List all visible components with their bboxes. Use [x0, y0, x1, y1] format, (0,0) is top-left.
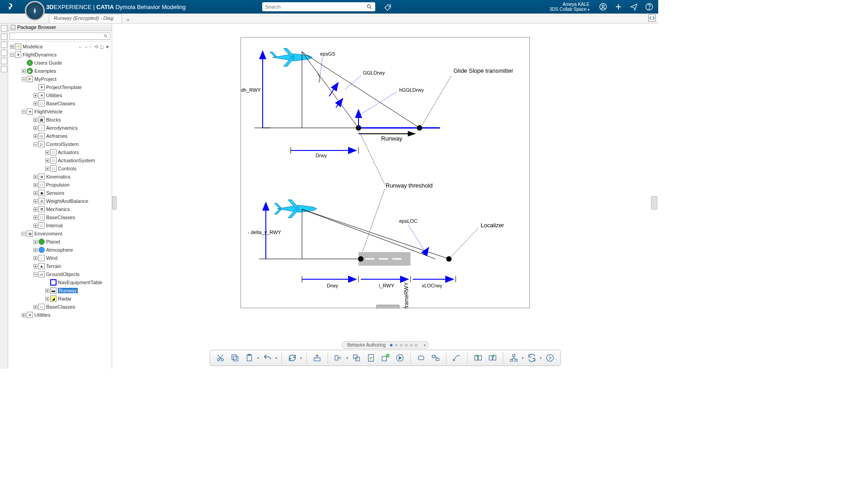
- search-icon[interactable]: [366, 4, 373, 10]
- tree-node-airframes[interactable]: +▭Airframes: [8, 132, 112, 140]
- ds-logo-icon: [6, 2, 15, 12]
- search-box[interactable]: [262, 2, 375, 11]
- tree-node-baseclasses[interactable]: +□BaseClasses: [8, 99, 112, 108]
- svg-marker-0: [34, 8, 36, 14]
- svg-rect-87: [233, 357, 238, 361]
- sidebar-collapse-handle[interactable]: [112, 196, 117, 210]
- blocks-icon[interactable]: [430, 352, 442, 364]
- share-icon[interactable]: [629, 2, 638, 11]
- tree-node-environment[interactable]: −◍Environment: [8, 230, 112, 238]
- tree-node-controls[interactable]: +□Controls: [8, 164, 112, 173]
- tree-node-flightvehicle[interactable]: −✈FlightVehicle: [8, 108, 112, 116]
- user-info[interactable]: Ameya KALE 3DS Collab Space ▾: [550, 2, 590, 12]
- tree-node-wind[interactable]: +~Wind: [8, 254, 112, 262]
- copy-icon[interactable]: [229, 352, 241, 364]
- tree-node-controlsystem[interactable]: −▷ControlSystem: [8, 140, 112, 148]
- tree-node-weightandbalance[interactable]: +⚖WeightAndBalance: [8, 197, 112, 205]
- undo-icon[interactable]: [262, 352, 274, 364]
- duplicate-icon[interactable]: [351, 352, 363, 364]
- tree-node-terrain[interactable]: +▲Terrain: [8, 262, 112, 270]
- pager-dot-2[interactable]: [395, 344, 398, 347]
- svg-rect-101: [432, 355, 435, 357]
- canvas[interactable]: dh_RWY Runway epsGS: [112, 23, 658, 369]
- sync-icon[interactable]: [526, 352, 538, 364]
- tree-node-propulsion[interactable]: +□Propulsion: [8, 181, 112, 189]
- pager-dot-3[interactable]: [400, 344, 403, 347]
- svg-text:Runway threshold: Runway threshold: [386, 182, 433, 189]
- tree-node-baseclasses3[interactable]: +□BaseClasses: [8, 303, 112, 311]
- tree-node-aerodynamics[interactable]: +~Aerodynamics: [8, 124, 112, 132]
- tree-node-mechanics[interactable]: +⚙Mechanics: [8, 205, 112, 213]
- tree-node-modelica[interactable]: +⋯Modelica ←→↑⟲◻★: [8, 42, 112, 51]
- pager[interactable]: Behavior Authoring ▾: [341, 341, 429, 349]
- rail-btn-3[interactable]: [1, 42, 7, 48]
- block-icon[interactable]: [415, 352, 427, 364]
- next-icon[interactable]: [544, 352, 556, 364]
- pager-dot-5[interactable]: [410, 344, 413, 347]
- tree-node-usersguide[interactable]: iUsers Guide: [8, 59, 112, 67]
- tag-icon[interactable]: [383, 3, 392, 12]
- svg-rect-102: [436, 358, 439, 361]
- pager-dot-4[interactable]: [405, 344, 408, 347]
- pager-dot-6[interactable]: [415, 344, 418, 347]
- tree-node-kinematics[interactable]: +⊕Kinematics: [8, 173, 112, 181]
- tab-add-button[interactable]: +: [125, 17, 131, 23]
- hierarchy-icon[interactable]: [508, 352, 520, 364]
- tree-node-atmosphere[interactable]: +Atmosphere: [8, 246, 112, 254]
- model-icon[interactable]: [333, 352, 344, 364]
- tree-node-examples[interactable]: +▶Examples: [8, 67, 112, 75]
- rail-btn-4[interactable]: [1, 50, 7, 56]
- tree-node-flightdynamics[interactable]: −✈FlightDynamics: [8, 51, 112, 59]
- tree-node-groundobjects[interactable]: −▭GroundObjects: [8, 270, 112, 278]
- refresh-icon[interactable]: [287, 352, 298, 364]
- paste-icon[interactable]: [244, 352, 255, 364]
- rail-btn-6[interactable]: [1, 66, 7, 72]
- tree-node-utilities2[interactable]: +✕Utilities: [8, 311, 112, 319]
- tab-runway[interactable]: Runway (Encrypted) - Diag: [49, 14, 122, 23]
- tree-node-radar[interactable]: +◢Radar: [8, 295, 112, 303]
- user-add-icon[interactable]: [599, 2, 608, 11]
- svg-rect-91: [314, 358, 320, 361]
- right-panel-handle[interactable]: [651, 196, 657, 210]
- tree-node-actuationsystem[interactable]: +□ActuationSystem: [8, 156, 112, 164]
- compass-icon[interactable]: [25, 1, 45, 21]
- rail-btn-1[interactable]: [1, 25, 7, 32]
- rail-btn-2[interactable]: [1, 33, 7, 40]
- help-icon[interactable]: [645, 2, 654, 11]
- rail-btn-5[interactable]: [1, 58, 7, 64]
- plus-icon[interactable]: [614, 2, 623, 11]
- cut-icon[interactable]: [215, 352, 226, 364]
- export-icon[interactable]: [311, 352, 323, 364]
- pager-dot-1[interactable]: [390, 344, 393, 347]
- svg-rect-106: [478, 356, 481, 360]
- tree-node-blocks[interactable]: +▦Blocks: [8, 116, 112, 124]
- tree-node-internal[interactable]: +□Internal: [8, 221, 112, 230]
- tree-node-actuators[interactable]: +□Actuators: [8, 148, 112, 156]
- tree-node-navequipmenttable[interactable]: NavEquipmentTable: [8, 278, 112, 286]
- package-browser-title: Package Browser: [17, 24, 56, 30]
- tree-node-utilities[interactable]: +✕Utilities: [8, 91, 112, 99]
- diagram-frame: dh_RWY Runway epsGS: [241, 37, 530, 308]
- tree-node-myproject[interactable]: −PMyProject: [8, 75, 112, 83]
- check-doc-icon[interactable]: [365, 352, 377, 364]
- chevron-down-icon[interactable]: ▾: [424, 343, 426, 347]
- play-icon[interactable]: [394, 352, 406, 364]
- split-h-icon[interactable]: [472, 352, 484, 364]
- search-input[interactable]: [265, 4, 366, 9]
- connector-icon[interactable]: [451, 352, 463, 364]
- tree-toolbar[interactable]: ←→↑⟲◻★: [78, 44, 110, 49]
- svg-text:Drwy: Drwy: [327, 283, 339, 288]
- svg-rect-109: [513, 355, 515, 357]
- collapse-panel-button[interactable]: [648, 14, 656, 22]
- app-title: 3DEXPERIENCE | CATIA Dymola Behavior Mod…: [46, 4, 186, 10]
- tree-node-runway[interactable]: +▬Runway: [8, 286, 112, 295]
- add-component-icon[interactable]: [380, 352, 392, 364]
- svg-rect-96: [382, 357, 387, 361]
- tree-node-baseclasses2[interactable]: +□BaseClasses: [8, 213, 112, 221]
- package-search[interactable]: [8, 31, 112, 42]
- tree-node-sensors[interactable]: +◉Sensors: [8, 189, 112, 197]
- tree-node-planet[interactable]: +Planet: [8, 238, 112, 246]
- tree-node-projecttemplate[interactable]: ✈ProjectTemplate: [8, 83, 112, 91]
- split-v-icon[interactable]: [487, 352, 499, 364]
- svg-rect-92: [335, 356, 338, 360]
